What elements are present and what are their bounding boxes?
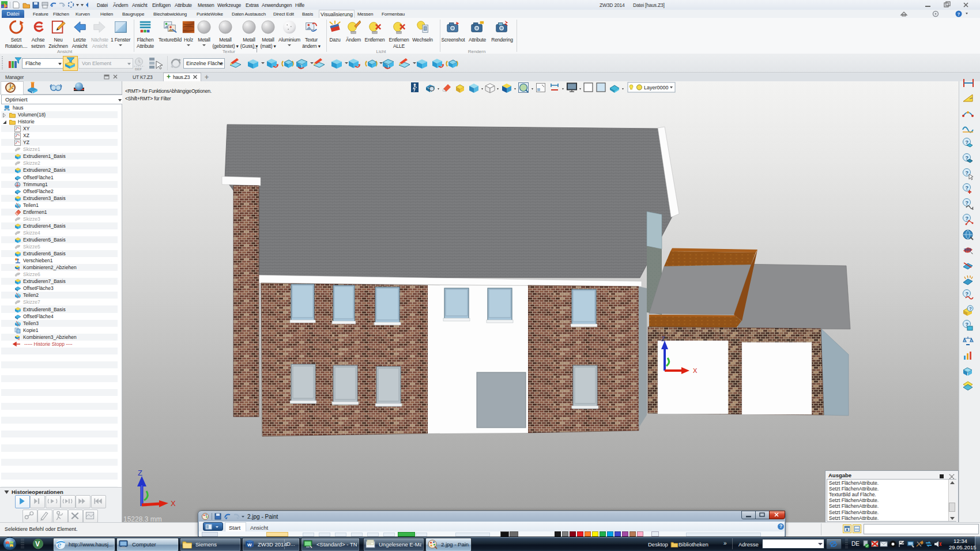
svg-text:X: X [171, 499, 176, 508]
svg-text:X: X [693, 367, 698, 374]
svg-text:?: ? [966, 291, 969, 297]
svg-text:?: ? [966, 170, 969, 176]
svg-text:W: W [247, 542, 252, 548]
svg-text:Z: Z [138, 469, 142, 477]
svg-text:Layer0000: Layer0000 [644, 85, 669, 90]
svg-text:?: ? [966, 216, 969, 221]
svg-text:?: ? [958, 12, 960, 17]
svg-text:Z: Z [661, 335, 665, 342]
svg-text:DEF: DEF [135, 67, 142, 70]
svg-text:V: V [35, 540, 40, 548]
svg-text:?: ? [966, 185, 969, 191]
svg-text:?: ? [969, 306, 972, 311]
svg-text:?: ? [966, 200, 969, 206]
